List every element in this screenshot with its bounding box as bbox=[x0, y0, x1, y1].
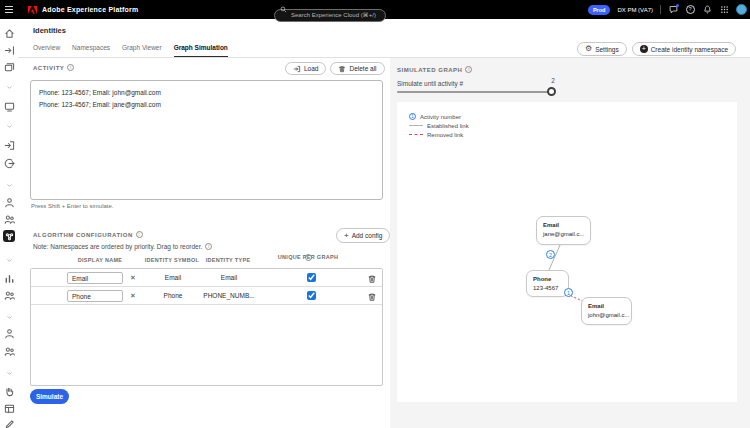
privacy-hand-icon[interactable] bbox=[3, 385, 15, 397]
feedback-icon[interactable] bbox=[668, 5, 678, 15]
profiles-person-icon[interactable] bbox=[3, 196, 15, 208]
edit-pencil-icon[interactable] bbox=[3, 418, 15, 428]
unique-per-graph-checkbox[interactable] bbox=[307, 273, 316, 282]
info-icon[interactable] bbox=[305, 254, 312, 261]
link-activity-badge: 1 bbox=[564, 288, 573, 297]
identity-symbol-cell: Email bbox=[141, 274, 205, 281]
algo-label-text: ALGORITHM CONFIGURATION bbox=[33, 232, 133, 238]
node-value: 123-4567 bbox=[533, 284, 562, 293]
unique-per-graph-checkbox[interactable] bbox=[307, 291, 316, 300]
create-namespace-label: Create identity namespace bbox=[651, 46, 728, 53]
chevron-down-icon[interactable] bbox=[3, 81, 15, 93]
simgraph-label-text: SIMULATED GRAPH bbox=[397, 67, 462, 73]
column-header-display-name: DISPLAY NAME bbox=[60, 257, 140, 263]
sign-in-icon[interactable] bbox=[3, 139, 15, 151]
info-icon[interactable] bbox=[136, 231, 143, 238]
node-type: Email bbox=[543, 221, 584, 230]
tab-graph-simulation[interactable]: Graph Simulation bbox=[174, 44, 228, 58]
info-icon[interactable] bbox=[465, 66, 472, 73]
clear-input-icon[interactable] bbox=[127, 272, 139, 284]
graph-links-layer bbox=[397, 102, 737, 402]
app-title: Adobe Experience Platform bbox=[42, 6, 138, 13]
activity-toolbar: Load Delete all bbox=[285, 61, 400, 76]
chevron-down-icon[interactable] bbox=[3, 311, 15, 323]
gear-icon bbox=[585, 45, 592, 53]
insights-chart-icon[interactable] bbox=[3, 272, 15, 284]
search-icon bbox=[280, 6, 287, 13]
simulate-button[interactable]: Simulate bbox=[30, 389, 69, 404]
sidebar-item-identities-selected[interactable] bbox=[3, 230, 15, 242]
activity-input-textarea[interactable]: Phone: 123-4567; Email: john@gmail.com P… bbox=[30, 80, 383, 200]
plus-circle-icon bbox=[640, 45, 648, 53]
graph-node-email-john[interactable]: Email john@gmail.c... bbox=[581, 297, 632, 325]
feedback-notification-dot bbox=[676, 4, 679, 7]
main-content: Identities Overview Namespaces Graph Vie… bbox=[18, 19, 750, 428]
info-icon[interactable] bbox=[67, 64, 74, 71]
algorithm-config-section-label: ALGORITHM CONFIGURATION bbox=[33, 231, 143, 238]
display-name-input[interactable] bbox=[67, 290, 123, 302]
graph-node-email-jane[interactable]: Email jane@gmail.c... bbox=[536, 216, 591, 245]
search-input[interactable] bbox=[274, 9, 386, 22]
activity-slider-handle[interactable] bbox=[547, 87, 556, 96]
activity-slider-track[interactable] bbox=[397, 91, 553, 93]
chevron-down-icon[interactable] bbox=[3, 367, 15, 379]
delete-all-button[interactable]: Delete all bbox=[330, 62, 384, 75]
node-value: jane@gmail.c... bbox=[543, 230, 584, 239]
chevron-down-icon[interactable] bbox=[3, 179, 15, 191]
column-header-identity-type: IDENTITY TYPE bbox=[188, 257, 268, 263]
help-icon[interactable] bbox=[685, 5, 695, 15]
org-name[interactable]: DX PM (VA7) bbox=[617, 7, 653, 13]
settings-button[interactable]: Settings bbox=[577, 42, 627, 56]
chevron-down-icon[interactable] bbox=[3, 254, 15, 266]
node-value: john@gmail.c... bbox=[588, 311, 625, 320]
display-name-input[interactable] bbox=[67, 272, 123, 284]
schemas-table-icon[interactable] bbox=[3, 402, 15, 414]
info-icon[interactable] bbox=[205, 243, 212, 250]
customers-person-icon[interactable] bbox=[3, 327, 15, 339]
segments-people-icon[interactable] bbox=[3, 289, 15, 301]
hamburger-menu-icon[interactable] bbox=[5, 6, 13, 13]
trash-icon bbox=[367, 292, 377, 302]
activity-hint-text: Press Shift + Enter to simulate. bbox=[31, 203, 114, 209]
page-title: Identities bbox=[33, 26, 66, 35]
tab-overview[interactable]: Overview bbox=[33, 44, 60, 58]
algorithm-config-note: Note: Namespaces are ordered by priority… bbox=[33, 243, 212, 250]
global-search bbox=[274, 3, 386, 16]
tab-bar: Overview Namespaces Graph Viewer Graph S… bbox=[33, 44, 228, 58]
home-icon[interactable] bbox=[3, 27, 15, 39]
clear-input-icon[interactable] bbox=[127, 290, 139, 302]
load-button[interactable]: Load bbox=[285, 62, 326, 75]
user-avatar[interactable] bbox=[736, 4, 747, 15]
adobe-logo-icon bbox=[27, 4, 38, 15]
add-config-label: Add config bbox=[352, 232, 383, 239]
tab-graph-viewer[interactable]: Graph Viewer bbox=[122, 44, 162, 58]
node-type: Email bbox=[588, 302, 625, 311]
environment-badge[interactable]: Prod bbox=[588, 5, 611, 15]
header-right-group: Prod DX PM (VA7) bbox=[588, 0, 747, 19]
add-config-button[interactable]: + Add config bbox=[336, 228, 390, 243]
collaboration-people-icon[interactable] bbox=[3, 345, 15, 357]
notifications-bell-icon[interactable] bbox=[702, 5, 712, 15]
create-identity-namespace-button[interactable]: Create identity namespace bbox=[632, 42, 736, 56]
settings-button-label: Settings bbox=[595, 46, 619, 53]
datasets-icon[interactable] bbox=[3, 61, 15, 73]
app-switcher-grid-icon[interactable] bbox=[719, 5, 729, 15]
graph-node-phone[interactable]: Phone 123-4567 bbox=[526, 270, 569, 297]
header-actions: Settings Create identity namespace bbox=[577, 42, 736, 56]
trash-icon bbox=[338, 65, 346, 73]
sources-flow-icon[interactable] bbox=[3, 44, 15, 56]
link-activity-badge: 2 bbox=[546, 250, 555, 259]
chevron-down-icon[interactable] bbox=[3, 120, 15, 132]
sign-out-icon[interactable] bbox=[3, 157, 15, 169]
graph-canvas[interactable]: 1 Activity number Established link Remov… bbox=[397, 102, 737, 402]
monitoring-icon[interactable] bbox=[3, 100, 15, 112]
simulate-until-activity-label: Simulate until activity # bbox=[397, 80, 463, 87]
trash-icon bbox=[367, 274, 377, 284]
activity-line: Phone: 123-4567; Email: jane@gmail.com bbox=[39, 99, 374, 111]
plus-icon: + bbox=[344, 232, 349, 240]
audiences-people-icon[interactable] bbox=[3, 213, 15, 225]
tab-namespaces[interactable]: Namespaces bbox=[72, 44, 110, 58]
delete-row-button[interactable] bbox=[366, 272, 378, 284]
delete-row-button[interactable] bbox=[366, 290, 378, 302]
activity-label-text: ACTIVITY bbox=[33, 65, 64, 71]
